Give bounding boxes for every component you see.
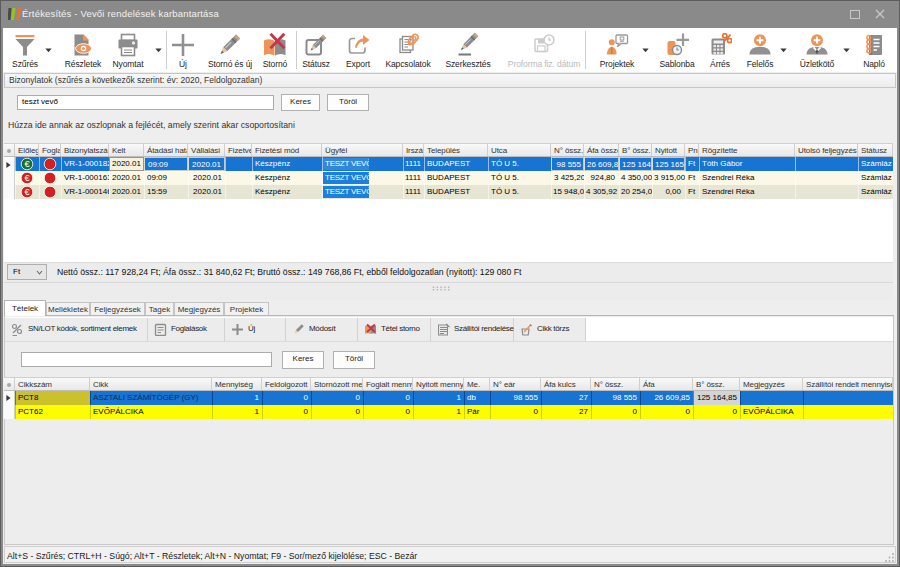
svg-text:€: €	[25, 172, 31, 183]
svg-text:€: €	[25, 186, 31, 197]
svg-text:€: €	[25, 158, 31, 169]
